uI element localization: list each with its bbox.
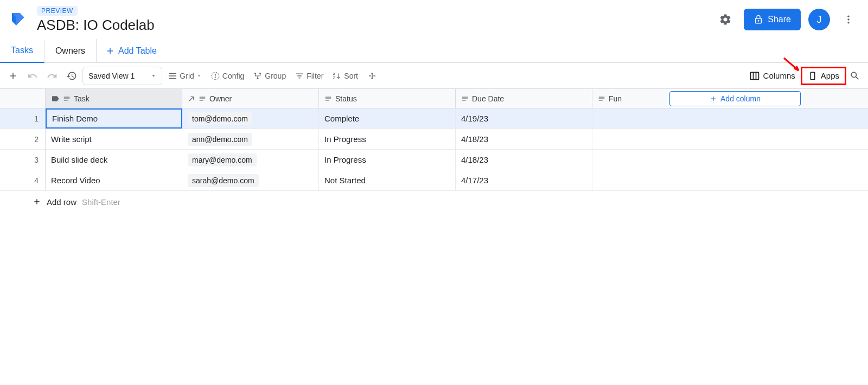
history-button[interactable] <box>63 67 80 85</box>
cell-owner[interactable]: sarah@demo.com <box>182 170 319 190</box>
cell-empty[interactable] <box>667 170 803 190</box>
sort-button[interactable]: AZ Sort <box>329 67 361 85</box>
cell-owner[interactable]: tom@demo.com <box>182 108 319 129</box>
undo-icon <box>27 70 38 81</box>
cell-fun[interactable] <box>592 170 667 190</box>
document-title[interactable]: ASDB: IO Codelab <box>37 17 714 34</box>
chevron-down-icon <box>196 73 202 79</box>
share-button[interactable]: Share <box>744 9 801 30</box>
view-selector-label: Saved View 1 <box>88 72 135 80</box>
grid-label: Grid <box>180 72 194 80</box>
app-logo[interactable] <box>7 8 30 31</box>
cell-empty[interactable] <box>667 150 803 170</box>
cell-due-date[interactable]: 4/19/23 <box>456 108 592 129</box>
column-header-status[interactable]: Status <box>319 89 456 108</box>
add-button[interactable] <box>4 67 22 85</box>
apps-label: Apps <box>821 71 839 80</box>
row-number: 2 <box>0 129 46 149</box>
add-table-button[interactable]: Add Table <box>97 39 165 62</box>
cell-empty[interactable] <box>667 108 803 129</box>
cell-due-date[interactable]: 4/18/23 <box>456 150 592 170</box>
svg-point-6 <box>257 78 259 79</box>
gear-icon <box>719 13 732 26</box>
cell-owner[interactable]: ann@demo.com <box>182 129 319 149</box>
sort-label: Sort <box>344 72 358 80</box>
group-label: Group <box>265 72 286 80</box>
redo-button[interactable] <box>43 67 61 85</box>
cell-task[interactable]: Record Video <box>46 170 182 190</box>
column-header-add: Add column <box>667 89 803 108</box>
add-row-hint: Shift-Enter <box>82 197 120 207</box>
cell-fun[interactable] <box>592 129 667 149</box>
more-menu-button[interactable] <box>838 9 859 30</box>
group-button[interactable]: Group <box>250 67 289 85</box>
table-row[interactable]: 3 Build slide deck mary@demo.com In Prog… <box>0 150 868 170</box>
redo-icon <box>47 70 58 81</box>
toolbar: Saved View 1 Grid Config Group Filter AZ… <box>0 63 868 89</box>
svg-point-0 <box>847 16 849 17</box>
tab-owners[interactable]: Owners <box>44 39 97 62</box>
view-selector[interactable]: Saved View 1 <box>82 67 162 85</box>
svg-point-5 <box>259 73 261 74</box>
tab-tasks[interactable]: Tasks <box>0 40 44 63</box>
cell-task[interactable]: Finish Demo <box>46 108 182 129</box>
column-label: Owner <box>209 94 232 103</box>
settings-button[interactable] <box>714 9 736 30</box>
svg-point-2 <box>847 22 849 23</box>
add-column-button[interactable]: Add column <box>669 91 801 106</box>
cell-due-date[interactable]: 4/17/23 <box>456 170 592 190</box>
column-header-task[interactable]: Task <box>46 89 182 108</box>
table-row[interactable]: 2 Write script ann@demo.com In Progress … <box>0 129 868 150</box>
column-header-due-date[interactable]: Due Date <box>456 89 592 108</box>
columns-label: Columns <box>763 71 795 80</box>
add-table-label: Add Table <box>118 46 157 56</box>
user-avatar[interactable]: J <box>808 9 830 30</box>
config-label: Config <box>222 72 244 80</box>
plus-icon <box>8 70 18 81</box>
column-header-fun[interactable]: Fun <box>592 89 667 108</box>
cell-owner[interactable]: mary@demo.com <box>182 150 319 170</box>
column-header-owner[interactable]: Owner <box>182 89 319 108</box>
cell-task[interactable]: Build slide deck <box>46 150 182 170</box>
group-icon <box>253 71 263 81</box>
lock-icon <box>754 15 763 24</box>
more-vert-icon <box>843 14 854 25</box>
text-icon <box>63 95 71 102</box>
owner-chip[interactable]: tom@demo.com <box>188 112 252 125</box>
filter-label: Filter <box>307 72 323 80</box>
owner-chip[interactable]: sarah@demo.com <box>188 174 259 187</box>
table-row[interactable]: 4 Record Video sarah@demo.com Not Starte… <box>0 170 868 191</box>
text-icon <box>199 95 206 102</box>
cell-status[interactable]: Not Started <box>319 170 456 190</box>
search-button[interactable] <box>846 67 864 85</box>
apps-button[interactable]: Apps <box>801 67 846 85</box>
row-height-icon <box>367 71 377 81</box>
add-row-button[interactable]: Add row Shift-Enter <box>0 191 868 213</box>
header-actions: Share J <box>714 9 859 30</box>
grid-view-button[interactable]: Grid <box>164 67 205 85</box>
owner-chip[interactable]: ann@demo.com <box>188 133 252 146</box>
cell-fun[interactable] <box>592 150 667 170</box>
column-label: Status <box>335 94 357 103</box>
share-button-label: Share <box>768 15 791 24</box>
columns-button[interactable]: Columns <box>744 67 801 85</box>
filter-button[interactable]: Filter <box>291 67 327 85</box>
config-button[interactable]: Config <box>207 67 247 85</box>
owner-chip[interactable]: mary@demo.com <box>188 153 257 166</box>
row-height-button[interactable] <box>363 67 381 85</box>
cell-empty[interactable] <box>667 129 803 149</box>
cell-due-date[interactable]: 4/18/23 <box>456 129 592 149</box>
cell-fun[interactable] <box>592 108 667 129</box>
grid-header-row: Task Owner Status Due Date Fun Add colum… <box>0 89 868 108</box>
row-number: 1 <box>0 108 46 129</box>
undo-button[interactable] <box>24 67 41 85</box>
cell-status[interactable]: In Progress <box>319 129 456 149</box>
table-row[interactable]: 1 Finish Demo tom@demo.com Complete 4/19… <box>0 108 868 129</box>
preview-badge: PREVIEW <box>37 6 78 16</box>
cell-status[interactable]: In Progress <box>319 150 456 170</box>
app-header: PREVIEW ASDB: IO Codelab Share J <box>0 0 868 39</box>
cell-status[interactable]: Complete <box>319 108 456 129</box>
row-number: 4 <box>0 170 46 190</box>
tabs-row: Tasks Owners Add Table <box>0 39 868 63</box>
cell-task[interactable]: Write script <box>46 129 182 149</box>
